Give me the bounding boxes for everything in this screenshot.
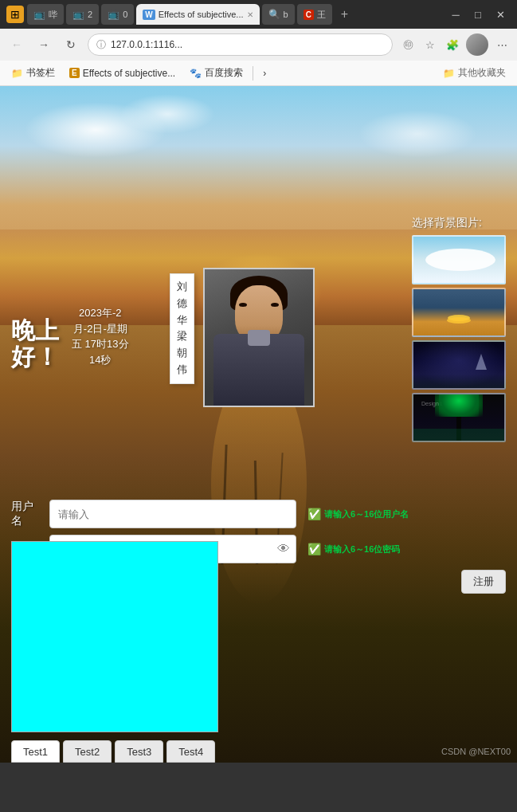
title-bar: ⊞ 📺 哔 📺 2 📺 0 W Effects of subjective...… <box>0 0 517 29</box>
thumb3-glow <box>413 342 504 388</box>
register-button[interactable]: 注册 <box>461 570 506 594</box>
browser-chrome: ⊞ 📺 哔 📺 2 📺 0 W Effects of subjective...… <box>0 0 517 86</box>
search-tab[interactable]: 🔍 b <box>262 4 295 25</box>
tab-content-area <box>11 541 218 732</box>
bg-thumb-2[interactable] <box>412 288 506 337</box>
thumb4-text: Design to life <box>421 401 453 406</box>
username-row: 用户名 ✅ 请输入6～16位用户名 <box>11 500 506 528</box>
password-hint-item: ✅ 请输入6～16位密码 <box>307 543 400 555</box>
username-input-wrap <box>49 500 296 528</box>
name-text: 刘德华梁朝伟 <box>177 280 187 375</box>
bookmarks-divider <box>253 66 253 80</box>
content-tab-3[interactable]: Test3 <box>115 740 163 763</box>
tab-strip: Test1 Test2 Test3 Test4 <box>11 740 215 763</box>
photo-eyes <box>239 303 279 307</box>
media-icon-2: 📺 <box>72 9 84 20</box>
app-area: 晚上好！ 2023年-2月-2日-星期五 17时13分14秒 刘德华梁朝伟 选择 <box>0 86 517 763</box>
bookmark-folder-icon: 📁 <box>11 68 23 79</box>
reload-button[interactable]: ↻ <box>61 34 81 55</box>
content-tab-1[interactable]: Test1 <box>11 740 60 763</box>
search-tab-label: b <box>284 10 288 19</box>
active-tab[interactable]: W Effects of subjective... ✕ <box>136 4 259 25</box>
bookmark-more-button[interactable]: › <box>258 66 271 80</box>
datetime-text: 2023年-2月-2日-星期五 17时13分14秒 <box>72 305 129 367</box>
media-icon-1: 📺 <box>33 9 45 20</box>
thumb4-tree <box>435 393 483 417</box>
media-label-1: 哔 <box>49 9 57 21</box>
bookmarks-bar: 📁 书签栏 E Effects of subjective... 🐾 百度搜索 … <box>0 61 517 86</box>
username-hints: ✅ 请输入6～16位用户名 <box>307 508 409 520</box>
bookmark-effects-item[interactable]: E Effects of subjective... <box>65 66 180 80</box>
watermark: CSDN @NEXT00 <box>441 747 511 756</box>
bg-thumb-3[interactable] <box>412 340 506 390</box>
password-eye-icon[interactable]: 👁 <box>277 542 290 556</box>
address-icons: ㊞ ☆ 🧩 ⋯ <box>399 33 511 56</box>
bookmark-folder-label: 书签栏 <box>26 66 55 80</box>
window-controls: ─ □ ✕ <box>445 4 511 25</box>
bg-selector: 选择背景图片: Des <box>412 216 506 442</box>
active-tab-close[interactable]: ✕ <box>247 10 253 19</box>
person-photo <box>203 268 315 407</box>
password-hint-text: 请输入6～16位密码 <box>324 543 400 555</box>
username-input[interactable] <box>49 500 296 528</box>
photo-figure <box>205 269 313 406</box>
username-hint-text: 请输入6～16位用户名 <box>324 508 409 520</box>
reader-mode-icon[interactable]: ㊞ <box>399 36 417 53</box>
media-tab-1[interactable]: 📺 哔 <box>27 4 64 25</box>
bookmark-effects-label: Effects of subjective... <box>83 68 176 79</box>
minimize-button[interactable]: ─ <box>445 4 466 25</box>
csdn-tab-label: 王 <box>317 9 326 21</box>
bg-thumb-4[interactable]: Design to life <box>412 393 506 442</box>
bookmark-other-label: 其他收藏夹 <box>458 66 506 80</box>
bookmark-e-icon: E <box>69 68 80 78</box>
thumb2-sun <box>448 315 470 321</box>
close-button[interactable]: ✕ <box>490 4 511 25</box>
media-icon-3: 📺 <box>108 9 119 20</box>
browser-menu-dots[interactable]: ⋯ <box>493 36 511 53</box>
profile-avatar[interactable] <box>466 33 488 56</box>
bookmark-star-icon[interactable]: ☆ <box>421 36 439 53</box>
media-tab-3[interactable]: 📺 0 <box>101 4 134 25</box>
password-hints: ✅ 请输入6～16位密码 <box>307 543 400 555</box>
cloud-2 <box>119 94 215 134</box>
search-tab-icon: 🔍 <box>268 9 280 20</box>
thumb2-bg <box>413 289 504 335</box>
media-label-3: 0 <box>123 10 127 19</box>
bg-thumbnails: Design to life <box>412 235 506 442</box>
media-tab-2[interactable]: 📺 2 <box>66 4 99 25</box>
back-button[interactable]: ← <box>6 34 27 55</box>
cloud-3 <box>358 110 477 158</box>
bg-selector-title: 选择背景图片: <box>412 216 506 230</box>
csdn-tab[interactable]: C 王 <box>297 4 332 25</box>
content-tab-4[interactable]: Test4 <box>166 740 215 763</box>
active-tab-icon: W <box>143 10 155 20</box>
bookmark-folder-item[interactable]: 📁 书签栏 <box>6 65 60 81</box>
name-card: 刘德华梁朝伟 <box>170 273 194 384</box>
csdn-tab-icon: C <box>304 10 314 20</box>
maximize-button[interactable]: □ <box>468 4 488 25</box>
bg-thumb-1[interactable] <box>412 235 506 284</box>
password-check-icon: ✅ <box>307 543 321 555</box>
username-hint-item: ✅ 请输入6～16位用户名 <box>307 508 409 520</box>
bookmark-other-item[interactable]: 📁 其他收藏夹 <box>438 65 511 81</box>
bookmark-other-icon: 📁 <box>443 68 455 79</box>
active-tab-label: Effects of subjective... <box>159 10 244 19</box>
bookmark-baidu-item[interactable]: 🐾 百度搜索 <box>185 65 248 81</box>
address-text: 127.0.0.1:1116... <box>111 39 182 50</box>
greeting-text: 晚上好！ <box>11 317 59 370</box>
photo-collar <box>248 330 270 346</box>
media-label-2: 2 <box>88 10 92 19</box>
address-input[interactable]: ⓘ 127.0.0.1:1116... <box>88 33 393 56</box>
add-tab-button[interactable]: + <box>335 7 354 22</box>
extensions-icon[interactable]: 🧩 <box>444 36 461 53</box>
forward-button[interactable]: → <box>33 34 54 55</box>
info-icon: ⓘ <box>96 38 106 52</box>
browser-menu-icon[interactable]: ⊞ <box>6 6 24 23</box>
thumb4-ground <box>413 429 504 441</box>
username-label: 用户名 <box>11 500 43 528</box>
address-bar: ← → ↻ ⓘ 127.0.0.1:1116... ㊞ ☆ 🧩 ⋯ <box>0 29 517 61</box>
username-check-icon: ✅ <box>307 508 321 520</box>
content-tab-2[interactable]: Test2 <box>63 740 112 763</box>
bookmark-baidu-icon: 🐾 <box>190 68 202 79</box>
thumb1-cloud <box>425 249 495 271</box>
